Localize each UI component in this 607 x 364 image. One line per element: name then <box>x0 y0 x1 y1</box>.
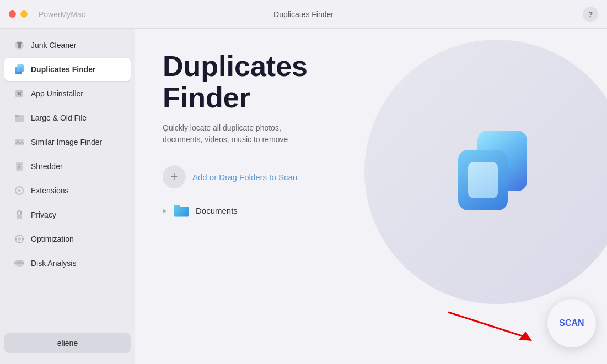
traffic-lights <box>9 10 28 18</box>
sidebar-item-similar-image-finder[interactable]: Similar Image Finder <box>4 131 131 154</box>
svg-rect-1 <box>18 43 21 48</box>
duplicates-finder-icon <box>13 63 25 75</box>
svg-rect-4 <box>17 64 24 72</box>
sidebar-item-app-uninstaller[interactable]: App Uninstaller <box>4 82 131 105</box>
titlebar-right: ? <box>583 7 598 22</box>
sidebar-item-shredder[interactable]: Shredder <box>4 155 131 178</box>
sidebar-label-disk-analysis: Disk Analysis <box>31 259 76 268</box>
optimization-icon <box>13 233 25 245</box>
sidebar-item-large-old-file[interactable]: Large & Old File <box>4 106 131 129</box>
add-folder-label: Add or Drag Folders to Scan <box>192 172 297 182</box>
sidebar-item-disk-analysis[interactable]: Disk Analysis <box>4 252 131 275</box>
sidebar-label-app-uninstaller: App Uninstaller <box>31 89 83 98</box>
page-title: Duplicates Finder <box>163 51 579 113</box>
main-layout: Junk Cleaner <box>0 29 607 364</box>
disk-analysis-icon <box>13 257 25 269</box>
sidebar-label-extensions: Extensions <box>31 186 68 195</box>
sidebar-item-privacy[interactable]: Privacy <box>4 203 131 226</box>
window-title: Duplicates Finder <box>273 10 334 19</box>
sidebar-label-duplicates-finder: Duplicates Finder <box>31 65 95 74</box>
folder-chevron-icon: ▶ <box>163 208 167 214</box>
scan-button[interactable]: SCAN <box>547 299 596 347</box>
svg-rect-10 <box>15 139 24 145</box>
help-button[interactable]: ? <box>583 7 598 22</box>
sidebar-footer: eliene <box>0 327 135 360</box>
window-controls: PowerMyMac <box>9 10 85 19</box>
user-button[interactable]: eliene <box>4 333 131 353</box>
sidebar: Junk Cleaner <box>0 29 135 364</box>
junk-cleaner-icon <box>13 39 25 51</box>
sidebar-item-optimization[interactable]: Optimization <box>4 227 131 251</box>
close-button[interactable] <box>9 10 16 18</box>
svg-point-25 <box>15 260 24 264</box>
sidebar-label-shredder: Shredder <box>31 162 63 171</box>
folder-item-documents[interactable]: ▶ Documents <box>163 199 579 221</box>
scan-area: SCAN <box>437 299 596 347</box>
add-folder-button[interactable]: + Add or Drag Folders to Scan <box>163 165 297 188</box>
svg-rect-2 <box>17 42 22 44</box>
titlebar: PowerMyMac Duplicates Finder ? <box>0 0 607 29</box>
add-folder-plus-icon: + <box>163 165 186 188</box>
app-uninstaller-icon <box>13 88 25 100</box>
sidebar-label-large-old-file: Large & Old File <box>31 113 87 122</box>
extensions-icon <box>13 184 25 197</box>
sidebar-label-privacy: Privacy <box>31 210 56 219</box>
content-area: Duplicates Finder Quickly locate all dup… <box>135 29 607 364</box>
folder-icon <box>173 202 190 219</box>
sidebar-item-extensions[interactable]: Extensions <box>4 179 131 202</box>
sidebar-label-junk-cleaner: Junk Cleaner <box>31 41 77 50</box>
shredder-icon <box>13 160 25 172</box>
sidebar-label-optimization: Optimization <box>31 235 74 243</box>
svg-point-19 <box>18 237 21 241</box>
sidebar-item-junk-cleaner[interactable]: Junk Cleaner <box>4 34 131 57</box>
minimize-button[interactable] <box>20 10 28 18</box>
page-description: Quickly locate all duplicate photos, doc… <box>163 122 317 145</box>
folder-name-label: Documents <box>196 206 238 215</box>
sidebar-item-duplicates-finder[interactable]: Duplicates Finder <box>4 58 131 81</box>
svg-rect-17 <box>17 214 22 219</box>
large-old-file-icon <box>13 112 25 124</box>
app-brand-label: PowerMyMac <box>39 10 85 19</box>
svg-line-31 <box>448 312 525 337</box>
svg-rect-9 <box>15 115 19 117</box>
similar-image-finder-icon <box>13 136 25 148</box>
scan-arrow <box>437 301 547 345</box>
sidebar-label-similar-image-finder: Similar Image Finder <box>31 138 102 146</box>
privacy-icon <box>13 209 25 221</box>
